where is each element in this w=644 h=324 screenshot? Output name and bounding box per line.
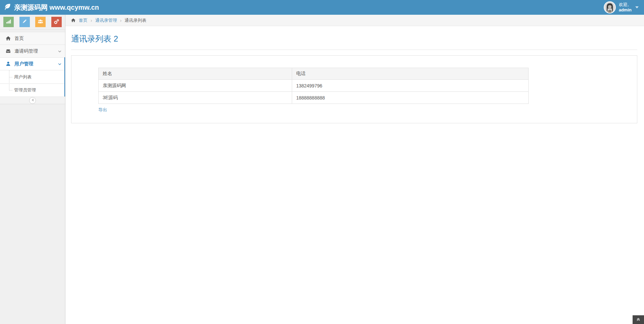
welcome-text: 欢迎, admin	[619, 2, 632, 13]
pencil-icon	[22, 19, 27, 25]
table-row: 亲测源码网 1382499796	[99, 80, 529, 92]
contacts-panel: 姓名 电话 亲测源码网 1382499796 3E源码 18888888888	[71, 55, 637, 123]
table-row: 3E源码 18888888888	[99, 92, 529, 104]
cell-name: 亲测源码网	[99, 80, 292, 92]
shortcut-settings-button[interactable]	[51, 17, 62, 27]
sidebar-subitem-label: 用户列表	[14, 74, 32, 80]
sidebar-submenu: 用户列表 管理员管理	[0, 70, 65, 96]
scroll-top-button[interactable]	[633, 315, 644, 324]
breadcrumb-current: 通讯录列表	[124, 17, 146, 23]
user-icon	[5, 61, 11, 67]
cell-name: 3E源码	[99, 92, 292, 104]
user-menu[interactable]: 欢迎, admin	[604, 1, 639, 13]
shortcut-users-button[interactable]	[35, 17, 46, 27]
column-header-phone: 电话	[292, 68, 528, 80]
avatar	[604, 1, 616, 13]
breadcrumb-separator: ›	[120, 18, 122, 23]
double-chevron-left-icon	[31, 98, 35, 103]
chevron-down-icon	[58, 62, 62, 66]
cell-phone: 18888888888	[292, 92, 528, 104]
page-content: 通讯录列表 2 姓名 电话 亲测源码网 1382499796	[65, 34, 644, 123]
sidebar-item-invite-codes[interactable]: 邀请码管理	[0, 45, 65, 57]
main-area: 首页 › 通讯录管理 › 通讯录列表 通讯录列表 2 姓名 电话	[65, 15, 644, 324]
sidebar-active-group: 用户管理 用户列表 管理员管理	[0, 57, 65, 96]
cell-phone: 1382499796	[292, 80, 528, 92]
sidebar-item-label: 邀请码管理	[14, 48, 54, 54]
table-header-row: 姓名 电话	[99, 68, 529, 80]
breadcrumb-link-contacts-management[interactable]: 通讯录管理	[95, 17, 117, 23]
sidebar-menu: 首页 邀请码管理	[0, 32, 65, 96]
sidebar-subitem-label: 管理员管理	[14, 87, 36, 93]
home-icon	[71, 18, 76, 23]
chart-bars-icon	[6, 19, 11, 25]
shortcut-edit-button[interactable]	[19, 17, 30, 27]
page-header: 通讯录列表 2	[71, 34, 637, 50]
breadcrumb: 首页 › 通讯录管理 › 通讯录列表	[65, 15, 644, 26]
export-link[interactable]: 导出	[98, 107, 107, 113]
column-header-name: 姓名	[99, 68, 292, 80]
double-chevron-up-icon	[636, 317, 641, 323]
brand-text: 亲测源码网 www.qcymw.cn	[14, 3, 99, 12]
breadcrumb-link-home[interactable]: 首页	[79, 17, 88, 23]
sidebar-item-label: 用户管理	[14, 61, 54, 67]
sidebar-subitem-user-list[interactable]: 用户列表	[0, 70, 65, 83]
page-title: 通讯录列表 2	[71, 34, 637, 44]
users-group-icon	[38, 19, 43, 25]
sidebar-collapse-button[interactable]	[29, 97, 36, 104]
sidebar-subitem-admin-management[interactable]: 管理员管理	[0, 83, 65, 96]
brand-link[interactable]: 亲测源码网 www.qcymw.cn	[4, 3, 99, 12]
caret-down-icon	[635, 6, 639, 8]
home-icon	[5, 36, 11, 41]
username: admin	[619, 7, 632, 12]
contacts-table: 姓名 电话 亲测源码网 1382499796 3E源码 18888888888	[98, 68, 529, 104]
sidebar-item-label: 首页	[14, 36, 62, 42]
inbox-icon	[5, 48, 11, 54]
sidebar: 首页 邀请码管理	[0, 15, 65, 324]
shortcut-chart-button[interactable]	[3, 17, 14, 27]
top-navbar: 亲测源码网 www.qcymw.cn 欢迎, admin	[0, 0, 644, 15]
leaf-icon	[4, 3, 11, 12]
sidebar-item-home[interactable]: 首页	[0, 32, 65, 45]
chevron-down-icon	[58, 49, 62, 53]
sidebar-collapse-row	[0, 96, 65, 104]
welcome-label: 欢迎,	[619, 2, 629, 7]
gears-icon	[54, 19, 59, 25]
sidebar-item-user-management[interactable]: 用户管理	[0, 57, 65, 70]
breadcrumb-separator: ›	[91, 18, 92, 23]
sidebar-shortcuts	[0, 15, 65, 30]
